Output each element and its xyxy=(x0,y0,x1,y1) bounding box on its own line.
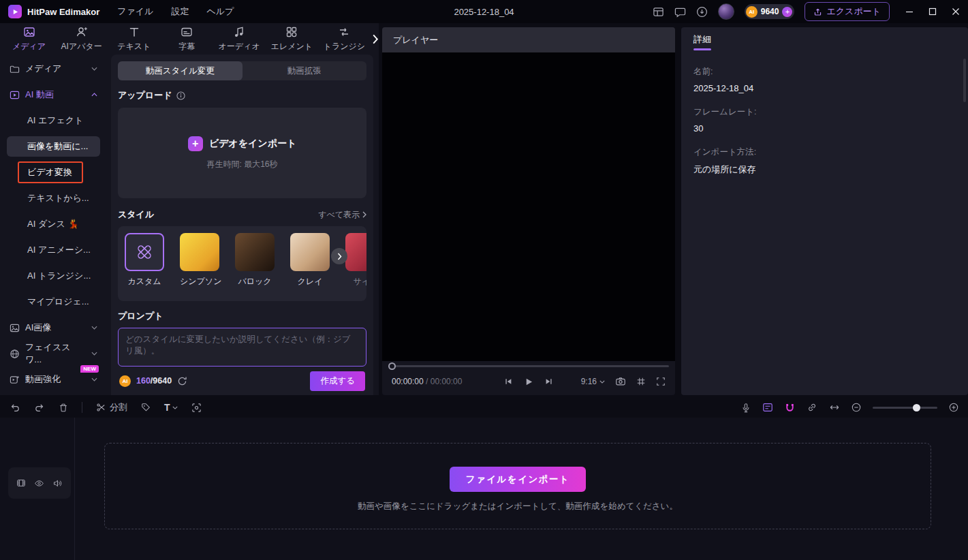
fit-timeline-icon[interactable] xyxy=(829,402,840,413)
style-card-custom[interactable]: カスタム xyxy=(125,233,164,300)
sidebar-item-video-convert[interactable]: ビデオ変換 xyxy=(7,162,100,183)
chat-icon[interactable] xyxy=(674,6,686,18)
redo-icon[interactable] xyxy=(34,402,45,413)
tab-elements[interactable]: エレメント xyxy=(266,25,318,52)
zoom-slider[interactable] xyxy=(873,407,937,409)
refresh-icon[interactable] xyxy=(177,376,187,386)
video-preview[interactable] xyxy=(382,52,675,361)
maximize-icon[interactable] xyxy=(928,7,937,16)
sidebar-item-text-to-video[interactable]: テキストから... xyxy=(7,188,100,208)
aspect-ratio-selector[interactable]: 9:16 xyxy=(581,377,605,386)
tab-ai-avatar-label: AIアバター xyxy=(61,41,102,52)
tab-media[interactable]: メディア xyxy=(3,25,55,52)
snapshot-icon[interactable] xyxy=(615,376,626,387)
sidebar-item-ai-image[interactable]: AI画像 xyxy=(7,317,100,338)
scrollbar[interactable] xyxy=(963,59,966,102)
fullscreen-icon[interactable] xyxy=(656,377,666,386)
eye-icon[interactable] xyxy=(34,478,44,488)
prompt-input[interactable] xyxy=(118,328,366,367)
tab-elements-label: エレメント xyxy=(271,41,313,52)
create-button[interactable]: 作成する xyxy=(310,371,365,391)
field-label: インポート方法: xyxy=(693,146,956,158)
timeline-dropzone[interactable]: ファイルをインポート 動画や画像をここにドラッグまたはインポートして、動画作成を… xyxy=(104,443,931,529)
media-track-icon[interactable] xyxy=(16,478,26,488)
split-button[interactable]: 分割 xyxy=(96,401,127,414)
style-card-sai[interactable]: サイ... xyxy=(345,233,366,300)
tab-video-extend[interactable]: 動画拡張 xyxy=(243,61,367,80)
tab-video-style-change[interactable]: 動画スタイル変更 xyxy=(118,61,243,80)
seek-bar[interactable] xyxy=(388,365,669,367)
credits-pill[interactable]: AI 9640 + xyxy=(745,4,795,19)
timeline-area: ファイルをインポート 動画や画像をここにドラッグまたはインポートして、動画作成を… xyxy=(0,418,968,560)
menu-settings[interactable]: 設定 xyxy=(171,5,189,18)
style-card-label: シンプソン xyxy=(180,276,219,287)
sidebar-item-label: AI トランジシ... xyxy=(27,270,91,282)
face-swap-icon xyxy=(10,349,20,359)
show-all-button[interactable]: すべて表示 xyxy=(318,209,366,221)
project-title: 2025-12-18_04 xyxy=(454,7,514,17)
sidebar-item-ai-effects[interactable]: AI エフェクト xyxy=(7,110,100,131)
add-credits-button[interactable]: + xyxy=(782,7,792,17)
tab-transitions[interactable]: トランジシ xyxy=(318,25,371,52)
sidebar-item-face-swap[interactable]: フェイススワ... xyxy=(7,343,100,364)
app-logo-icon xyxy=(8,5,22,18)
info-icon[interactable] xyxy=(176,91,185,100)
ripple-edit-toggle-icon[interactable] xyxy=(762,402,773,413)
sidebar-item-ai-animation[interactable]: AI アニメーシ... xyxy=(7,240,100,260)
next-frame-icon[interactable] xyxy=(545,377,553,386)
voiceover-mic-icon[interactable] xyxy=(741,403,751,413)
sidebar-item-my-projects[interactable]: マイプロジェ... xyxy=(7,292,100,312)
speaker-icon[interactable] xyxy=(52,478,63,488)
delete-icon[interactable] xyxy=(59,403,68,413)
style-scroll-next-button[interactable] xyxy=(331,248,347,264)
style-card-label: カスタム xyxy=(125,276,164,287)
sidebar-item-ai-transition[interactable]: AI トランジシ... xyxy=(7,266,100,286)
tab-ai-avatar[interactable]: AIアバター xyxy=(55,25,108,52)
text-tool-glyph: T xyxy=(164,402,170,413)
marker-icon[interactable] xyxy=(141,403,151,412)
sidebar-item-video-enhance[interactable]: 動画強化 NEW xyxy=(7,369,100,390)
magnet-toggle-icon[interactable] xyxy=(785,403,795,413)
link-toggle-icon[interactable] xyxy=(807,402,817,413)
play-icon[interactable] xyxy=(525,377,533,386)
avatar[interactable] xyxy=(718,3,734,20)
style-card-baroque[interactable]: バロック xyxy=(235,233,275,300)
video-import-dropzone[interactable]: + ビデオをインポート 再生時間: 最大16秒 xyxy=(118,108,366,198)
sidebar-item-ai-dance[interactable]: AI ダンス 💃 xyxy=(7,214,100,234)
field-framerate: フレームレート: 30 xyxy=(693,106,956,134)
sidebar: メディア AI 動画 AI エフェクト 画像を動画に... ビデオ変換 テキスト… xyxy=(0,55,107,395)
undo-icon[interactable] xyxy=(10,402,20,413)
zoom-in-icon[interactable] xyxy=(949,403,958,412)
style-card-clay[interactable]: クレイ xyxy=(290,233,330,300)
previous-frame-icon[interactable] xyxy=(505,377,513,386)
download-icon[interactable] xyxy=(696,6,708,18)
tab-subtitles[interactable]: 字幕 xyxy=(160,25,213,52)
sidebar-item-image-to-video[interactable]: 画像を動画に... xyxy=(7,136,100,157)
sidebar-item-ai-video[interactable]: AI 動画 xyxy=(7,84,100,105)
text-tool-button[interactable]: T xyxy=(164,402,178,413)
track-header-gutter xyxy=(0,418,75,560)
tab-audio[interactable]: オーディオ xyxy=(213,25,266,52)
field-label: 名前: xyxy=(693,66,956,78)
minimize-icon[interactable] xyxy=(905,7,914,16)
grid-icon[interactable] xyxy=(636,377,646,386)
menu-file[interactable]: ファイル xyxy=(117,5,153,18)
tab-text[interactable]: テキスト xyxy=(108,25,160,52)
player-panel: プレイヤー 00:00:00 / 00:00:00 9:16 xyxy=(382,27,675,395)
menu-help[interactable]: ヘルプ xyxy=(206,5,234,18)
export-button[interactable]: エクスポート xyxy=(805,2,890,21)
zoom-out-icon[interactable] xyxy=(852,403,861,412)
close-icon[interactable] xyxy=(952,7,960,16)
layout-icon[interactable] xyxy=(653,6,664,18)
seek-handle[interactable] xyxy=(388,362,396,370)
sidebar-item-media[interactable]: メディア xyxy=(7,59,100,79)
import-file-button[interactable]: ファイルをインポート xyxy=(450,467,586,492)
tab-details[interactable]: 詳細 xyxy=(693,27,711,52)
capture-frame-icon[interactable] xyxy=(191,403,202,413)
chevron-down-icon xyxy=(91,326,97,330)
ribbon-more-chevron-icon[interactable] xyxy=(372,34,379,44)
style-card-simpson[interactable]: シンプソン xyxy=(180,233,219,300)
tab-subtitles-label: 字幕 xyxy=(178,41,195,52)
ai-coin-icon: AI xyxy=(119,375,131,387)
zoom-slider-knob[interactable] xyxy=(913,404,920,411)
